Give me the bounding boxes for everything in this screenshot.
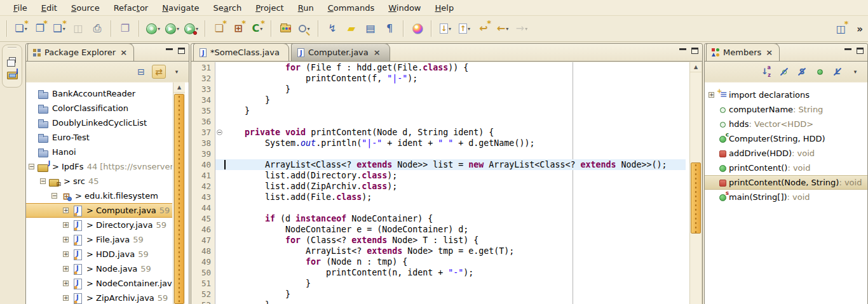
minimize-button[interactable] — [844, 48, 851, 54]
menu-item-run[interactable]: Run — [291, 1, 321, 15]
back-button[interactable]: ←▾ — [494, 20, 511, 37]
line-number[interactable]: 44 — [191, 202, 215, 213]
tree-item-nodecontainer.java[interactable]: +> NodeContainer.java — [26, 276, 172, 291]
fold-ruler[interactable] — [215, 202, 224, 213]
line-number[interactable]: 36 — [191, 116, 215, 127]
line-number[interactable]: 41 — [191, 170, 215, 181]
tab-members[interactable]: Members × — [706, 43, 780, 61]
new-editor-button[interactable]: ◫ * — [832, 21, 849, 37]
menu-item-window[interactable]: Window — [381, 1, 428, 15]
fold-ruler[interactable] — [215, 159, 224, 170]
view-menu-button[interactable]: ▾ — [170, 65, 184, 79]
line-number[interactable]: 42 — [191, 181, 215, 192]
line-number[interactable]: 52 — [191, 289, 215, 300]
tree-item-file.java[interactable]: +> File.java59 — [26, 232, 172, 247]
line-number[interactable]: 49 — [191, 256, 215, 267]
close-view-icon[interactable]: × — [766, 48, 773, 57]
menu-item-help[interactable]: Help — [428, 1, 461, 15]
tree-item-bankaccountreader[interactable]: BankAccountReader — [26, 86, 172, 101]
java-plug-button[interactable]: ↯ — [324, 20, 341, 37]
menu-item-search[interactable]: Search — [207, 1, 249, 15]
menu-item-refactor[interactable]: Refactor — [107, 1, 156, 15]
code-text[interactable]: ArrayList<Class<? extends Node>> list = … — [224, 159, 686, 170]
line-number[interactable]: 40 — [191, 159, 215, 170]
code-text[interactable]: list.add(ZipArchiv.class); — [224, 181, 686, 192]
line-number[interactable]: 38 — [191, 138, 215, 149]
scrollbar-thumb[interactable] — [174, 94, 184, 304]
show-whitespace-button[interactable]: ¶ — [381, 20, 398, 37]
scroll-up-arrow-icon[interactable]: ▲ — [173, 83, 185, 93]
member-item-printcontent[interactable]: printContent() : void — [705, 161, 867, 175]
line-number[interactable]: 35 — [191, 105, 215, 116]
menu-item-commands[interactable]: Commands — [321, 1, 382, 15]
fold-ruler[interactable] — [215, 62, 224, 73]
debug-button[interactable]: ❋▾ — [145, 20, 161, 37]
sort-button[interactable]: ↓ a z — [759, 65, 773, 79]
tree-item-directory.java[interactable]: +> Directory.java59 — [26, 218, 172, 232]
line-number[interactable]: 32 — [191, 73, 215, 84]
editor-scrollbar[interactable]: ▲ — [689, 62, 702, 304]
menu-item-navigate[interactable]: Navigate — [155, 1, 206, 15]
line-number[interactable]: 53 — [191, 300, 215, 304]
line-number[interactable]: 43 — [191, 192, 215, 202]
tree-item-doublylinkedcycliclist[interactable]: DoublyLinkedCyclicList — [26, 116, 172, 130]
highlighter-button[interactable]: ▰ — [343, 20, 360, 37]
new-view-button[interactable]: ❑*▾ — [51, 20, 67, 37]
fold-ruler[interactable] — [215, 213, 224, 224]
fold-ruler[interactable] — [215, 235, 224, 246]
fold-ruler[interactable] — [215, 289, 224, 300]
code-text[interactable]: if (d instanceof NodeContainer) { — [224, 213, 686, 224]
fold-ruler[interactable] — [215, 256, 224, 267]
web-browser-button[interactable] — [409, 20, 426, 37]
line-number[interactable]: 51 — [191, 278, 215, 289]
new-wizard-button[interactable]: ❏*▾ — [13, 20, 29, 37]
tree-expander-icon[interactable]: + — [63, 208, 69, 213]
member-item-main-string[interactable]: smain(String[]) : void — [705, 190, 867, 204]
code-text[interactable] — [224, 149, 686, 159]
tree-scrollbar[interactable]: ▲ — [173, 83, 185, 304]
code-text[interactable]: printContent(f, "|-"); — [224, 73, 686, 84]
code-text[interactable]: for (Class<? extends Node> T : list) { — [224, 235, 686, 246]
package-explorer-shortcut-button[interactable] — [4, 68, 20, 83]
code-text[interactable] — [224, 202, 686, 213]
run-external-button[interactable]: ▶▾ — [183, 20, 200, 37]
tree-item-ziparchiv.java[interactable]: +> ZipArchiv.java59 — [26, 291, 172, 304]
menu-item-edit[interactable]: Edit — [34, 1, 64, 15]
line-number[interactable]: 37 — [191, 127, 215, 138]
line-number[interactable]: 33 — [191, 84, 215, 95]
tree-item-colorclassification[interactable]: ColorClassification — [26, 101, 172, 116]
tree-expander-icon[interactable]: + — [63, 295, 69, 301]
fold-ruler[interactable] — [215, 73, 224, 84]
scrollbar-thumb[interactable] — [691, 162, 701, 234]
maximize-button[interactable] — [178, 48, 185, 54]
new-window-button[interactable]: ❐* — [32, 20, 48, 37]
minimize-button[interactable] — [679, 48, 686, 54]
fold-ruler[interactable] — [215, 224, 224, 235]
fold-ruler[interactable] — [215, 105, 224, 116]
member-item-printcontent-node-string[interactable]: printContent(Node, String) : void — [705, 175, 867, 190]
hide-local-types-button[interactable]: L — [831, 65, 844, 79]
tree-expander-icon[interactable]: + — [63, 222, 69, 228]
code-text[interactable]: } — [224, 105, 686, 116]
code-text[interactable]: ArrayList<? extends Node> tmp = e.get(T)… — [224, 246, 686, 256]
restore-fast-view-button[interactable] — [4, 52, 20, 67]
fold-ruler[interactable] — [215, 246, 224, 256]
hide-fields-button[interactable] — [777, 65, 791, 79]
tree-item-hanoi[interactable]: Hanoi — [26, 145, 172, 159]
tree-item-hdd.java[interactable]: +> HDD.java59 — [26, 247, 172, 261]
close-view-icon[interactable]: × — [120, 48, 127, 57]
close-tab-icon[interactable]: × — [374, 48, 381, 57]
fold-ruler[interactable] — [215, 278, 224, 289]
tree-expander-icon[interactable]: − — [51, 193, 57, 199]
print-button[interactable]: ⎙ — [89, 20, 105, 37]
code-text[interactable]: for (File f : hdd.get(File.class)) { — [224, 62, 686, 73]
code-text[interactable]: list.add(File.class); — [224, 192, 686, 202]
editor-tab-computer.java[interactable]: Computer.java× — [291, 43, 390, 61]
code-text[interactable]: for (Node n : tmp) { — [224, 256, 686, 267]
member-item-adddrive-hdd[interactable]: addDrive(HDD) : void — [705, 146, 867, 161]
collapse-all-button[interactable]: ⊟ — [134, 65, 148, 79]
code-text[interactable] — [224, 116, 686, 127]
search-button[interactable]: ▾ — [296, 20, 313, 37]
code-text[interactable]: } — [224, 300, 686, 304]
hide-static-button[interactable]: S — [795, 65, 809, 79]
